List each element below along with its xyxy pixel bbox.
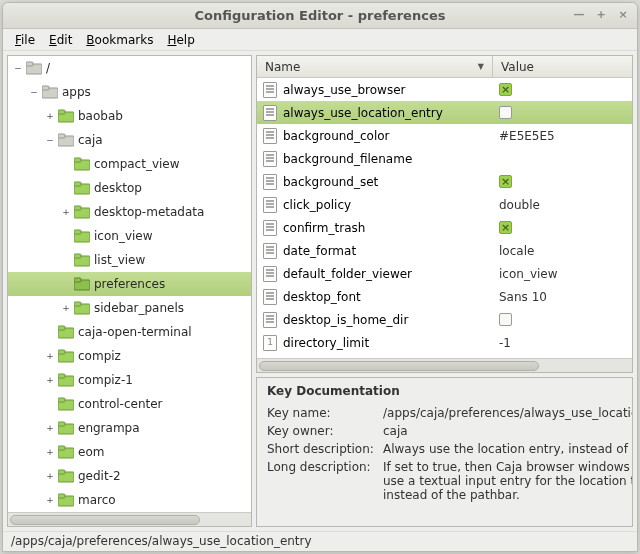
table-row[interactable]: background_set (257, 170, 632, 193)
tree-item[interactable]: + marco (8, 488, 251, 512)
table-row[interactable]: background_filename (257, 147, 632, 170)
sort-indicator-icon: ▼ (478, 62, 484, 71)
key-name: click_policy (283, 198, 351, 212)
tree-item[interactable]: compact_view (8, 152, 251, 176)
tree-baobab[interactable]: + baobab (8, 104, 251, 128)
titlebar[interactable]: Configuration Editor - preferences — + × (3, 3, 637, 29)
table-row[interactable]: desktop_fontSans 10 (257, 285, 632, 308)
menu-bookmarks[interactable]: Bookmarks (80, 31, 159, 49)
tree-item[interactable]: control-center (8, 392, 251, 416)
expander-icon[interactable]: + (44, 350, 56, 362)
tree-apps[interactable]: − apps (8, 80, 251, 104)
key-value[interactable]: #E5E5E5 (493, 129, 632, 143)
folder-icon (58, 469, 74, 483)
key-value[interactable]: Sans 10 (493, 290, 632, 304)
tree-item[interactable]: + compiz-1 (8, 368, 251, 392)
expander-icon[interactable]: + (44, 110, 56, 122)
key-name: confirm_trash (283, 221, 365, 235)
menu-help[interactable]: Help (161, 31, 200, 49)
tree-item[interactable]: desktop (8, 176, 251, 200)
key-value[interactable] (493, 83, 632, 96)
tree-item[interactable]: + engrampa (8, 416, 251, 440)
key-value[interactable]: double (493, 198, 632, 212)
doc-short-label: Short description: (267, 442, 379, 456)
tree-item[interactable]: list_view (8, 248, 251, 272)
checkbox[interactable] (499, 175, 512, 188)
key-value[interactable] (493, 313, 632, 326)
checkbox[interactable] (499, 221, 512, 234)
tree-item[interactable]: + sidebar_panels (8, 296, 251, 320)
minimize-button[interactable]: — (571, 8, 587, 24)
tree-item[interactable]: + compiz (8, 344, 251, 368)
key-value[interactable] (493, 106, 632, 119)
statusbar: /apps/caja/preferences/always_use_locati… (3, 531, 637, 551)
key-icon (263, 174, 277, 190)
key-value[interactable]: icon_view (493, 267, 632, 281)
expander-icon[interactable]: + (60, 302, 72, 314)
expander-icon[interactable]: − (28, 86, 40, 98)
checkbox[interactable] (499, 106, 512, 119)
key-value[interactable]: -1 (493, 336, 632, 350)
expander-icon[interactable]: − (44, 134, 56, 146)
menubar: File Edit Bookmarks Help (3, 29, 637, 51)
table-row[interactable]: click_policydouble (257, 193, 632, 216)
table-body[interactable]: always_use_browseralways_use_location_en… (257, 78, 632, 358)
table-row[interactable]: default_folder_viewericon_view (257, 262, 632, 285)
table-row[interactable]: desktop_is_home_dir (257, 308, 632, 331)
svg-rect-5 (58, 110, 65, 114)
table-scrollbar[interactable] (257, 358, 632, 372)
key-value[interactable]: locale (493, 244, 632, 258)
tree-caja[interactable]: − caja (8, 128, 251, 152)
tree-item[interactable]: caja-open-terminal (8, 320, 251, 344)
column-value[interactable]: Value (493, 56, 632, 77)
checkbox[interactable] (499, 313, 512, 326)
checkbox[interactable] (499, 83, 512, 96)
folder-icon (58, 349, 74, 363)
folder-icon (26, 61, 42, 75)
table-row[interactable]: confirm_trash (257, 216, 632, 239)
key-value[interactable] (493, 175, 632, 188)
expander-icon[interactable]: + (44, 374, 56, 386)
expander-icon[interactable]: − (12, 62, 24, 74)
tree-item[interactable]: + desktop-metadata (8, 200, 251, 224)
key-icon (263, 312, 277, 328)
key-icon (263, 289, 277, 305)
key-table-pane: Name ▼ Value always_use_browseralways_us… (256, 55, 633, 373)
content-area: − / − apps + baobab − caja (3, 51, 637, 531)
tree-body[interactable]: − / − apps + baobab − caja (8, 56, 251, 512)
table-row[interactable]: always_use_browser (257, 78, 632, 101)
key-value[interactable] (493, 221, 632, 234)
tree-scrollbar[interactable] (8, 512, 251, 526)
tree-root[interactable]: − / (8, 56, 251, 80)
maximize-button[interactable]: + (593, 8, 609, 24)
svg-rect-9 (74, 158, 81, 162)
doc-keyname-value: /apps/caja/preferences/always_use_locati… (383, 406, 633, 420)
expander-icon[interactable]: + (44, 494, 56, 506)
tree-item[interactable]: + eom (8, 440, 251, 464)
table-row[interactable]: directory_limit-1 (257, 331, 632, 354)
menu-edit[interactable]: Edit (43, 31, 78, 49)
svg-rect-29 (58, 398, 65, 402)
expander-icon[interactable]: + (60, 206, 72, 218)
key-icon (263, 128, 277, 144)
close-button[interactable]: × (615, 8, 631, 24)
table-row[interactable]: date_formatlocale (257, 239, 632, 262)
folder-icon (58, 325, 74, 339)
expander-icon[interactable]: + (44, 422, 56, 434)
tree-preferences[interactable]: preferences (8, 272, 251, 296)
expander-icon[interactable]: + (44, 446, 56, 458)
folder-icon (58, 493, 74, 507)
doc-keyowner-label: Key owner: (267, 424, 379, 438)
tree-item[interactable]: + gedit-2 (8, 464, 251, 488)
table-row[interactable]: background_color#E5E5E5 (257, 124, 632, 147)
menu-file[interactable]: File (9, 31, 41, 49)
tree-item[interactable]: icon_view (8, 224, 251, 248)
window-title: Configuration Editor - preferences (3, 8, 637, 23)
table-row[interactable]: always_use_location_entry (257, 101, 632, 124)
column-name[interactable]: Name ▼ (257, 56, 493, 77)
svg-rect-17 (74, 254, 81, 258)
folder-icon (74, 253, 90, 267)
folder-icon (74, 301, 90, 315)
expander-icon[interactable]: + (44, 470, 56, 482)
tree-pane: − / − apps + baobab − caja (7, 55, 252, 527)
